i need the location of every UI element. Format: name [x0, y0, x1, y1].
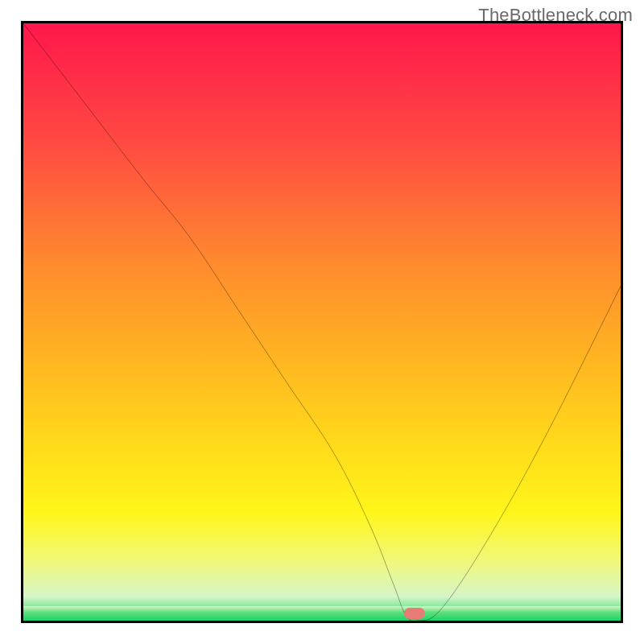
chart-plot-area — [21, 21, 623, 623]
watermark-text: TheBottleneck.com — [478, 5, 633, 26]
chart-frame: TheBottleneck.com — [0, 0, 644, 644]
optimal-point-marker — [404, 608, 425, 619]
bottleneck-curve — [23, 23, 621, 621]
